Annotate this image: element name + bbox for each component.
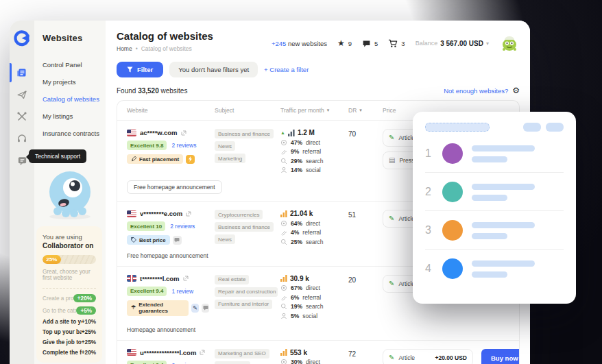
document-icon: ▤ xyxy=(389,157,395,164)
reviews-link[interactable]: 2 reviews xyxy=(171,362,196,364)
price-tag-icon xyxy=(131,237,136,243)
breadcrumb-current: Catalog of websites xyxy=(141,45,192,52)
traffic-bars-icon xyxy=(280,275,287,282)
muted-chat-icon xyxy=(202,304,209,313)
subject-tag: Cryptocurrencies xyxy=(215,210,263,219)
task-complete-first-deal[interactable]: Complete the first deal +20% xyxy=(43,350,96,356)
reviews-link[interactable]: 1 review xyxy=(171,288,193,295)
table-row: u**************l.com Excellent 9.4 2 rev… xyxy=(117,340,519,364)
not-enough-websites-link[interactable]: Not enough websites? xyxy=(444,87,508,95)
hot-offer-icon xyxy=(186,155,195,164)
external-link-icon[interactable] xyxy=(186,211,191,217)
col-dr[interactable]: DR▾ xyxy=(348,107,383,114)
sidebar-item-insurance-contracts[interactable]: Insurance contracts xyxy=(43,130,106,137)
external-link-icon[interactable] xyxy=(181,130,186,136)
reviews-link[interactable]: 2 reviews xyxy=(170,223,195,230)
divider xyxy=(43,288,96,289)
breadcrumb: Home • Catalog of websites xyxy=(117,45,213,52)
user-avatar[interactable] xyxy=(499,33,520,53)
col-website: Website xyxy=(127,107,215,114)
rating-badge: Excellent 9.4 xyxy=(127,361,167,364)
promo-badge: Free homepage announcement xyxy=(127,180,222,194)
offer-price: +20.00 USD xyxy=(435,354,467,361)
breadcrumb-home[interactable]: Home xyxy=(117,45,132,52)
usage-hint: Great, choose your first website xyxy=(43,269,96,281)
messages-counter[interactable]: 5 xyxy=(362,39,378,48)
overlay-step: 1 xyxy=(425,134,564,173)
website-domain-link[interactable]: v********e.com xyxy=(140,210,182,217)
task-create-project[interactable]: Create a project +20% xyxy=(43,294,96,302)
tools-icon[interactable] xyxy=(10,106,34,128)
sidebar-item-catalog-of-websites[interactable]: Catalog of websites xyxy=(43,95,106,103)
control-panel-icon[interactable] xyxy=(10,62,34,84)
feather-pen-icon: ✎ xyxy=(389,280,394,287)
buy-now-button[interactable]: Buy now xyxy=(481,349,520,364)
subject-tag: Marketing xyxy=(215,154,245,163)
task-top-up-balance[interactable]: Top up your balance in ... +25% xyxy=(43,329,96,335)
icon-rail xyxy=(10,21,34,364)
dr-value: 20 xyxy=(348,275,383,319)
offer-article[interactable]: ✎ Article +20.00 USD xyxy=(383,349,473,364)
referral-icon xyxy=(280,229,287,236)
dr-value: 72 xyxy=(348,349,383,364)
filter-button[interactable]: Filter xyxy=(117,62,163,77)
chevron-down-icon: ▾ xyxy=(486,40,489,47)
reviews-link[interactable]: 2 reviews xyxy=(171,142,196,149)
usage-progress-bar: 25% xyxy=(43,255,96,264)
col-traffic[interactable]: Traffic per month▾ xyxy=(280,107,348,114)
headphones-icon[interactable] xyxy=(10,128,34,149)
website-domain-link[interactable]: t********l.com xyxy=(140,275,180,282)
new-websites-link[interactable]: +245 new websites xyxy=(272,40,327,47)
bonus-badge: +5% xyxy=(76,306,96,315)
subject-tag: Repair and construction xyxy=(215,287,278,297)
usage-line2: Collaborator on xyxy=(43,242,96,250)
website-domain-link[interactable]: ac****w.com xyxy=(140,129,178,136)
task-add-site-to-cart[interactable]: Add a site to your cart +10% xyxy=(43,319,96,325)
app-title: Websites xyxy=(34,21,106,43)
paper-plane-icon[interactable] xyxy=(10,84,34,106)
sidebar-item-control-panel[interactable]: Control Panel xyxy=(43,61,106,69)
direct-icon xyxy=(280,359,287,364)
trend-up-icon: ▲ xyxy=(280,130,285,135)
referral-icon xyxy=(280,148,287,155)
website-domain-link[interactable]: u**************l.com xyxy=(140,349,196,356)
gear-icon[interactable]: ⚙ xyxy=(512,86,520,95)
feather-pen-icon: ✎ xyxy=(389,354,394,361)
overlay-step: 4 xyxy=(425,250,564,287)
messages-icon xyxy=(362,39,371,48)
direct-icon xyxy=(280,220,287,227)
task-give-job-to-site[interactable]: Give the job to the site +25% xyxy=(43,339,96,345)
step-circle xyxy=(442,220,463,241)
search-icon xyxy=(280,158,287,165)
task-go-to-catalog[interactable]: Go to the catalog +5% xyxy=(43,306,96,315)
referral-icon xyxy=(280,294,287,301)
favorites-counter[interactable]: ★ 9 xyxy=(337,39,352,47)
star-icon: ★ xyxy=(337,39,345,47)
create-filter-link[interactable]: + Create a filter xyxy=(264,66,309,73)
rating-badge: Excellent 10 xyxy=(127,221,165,231)
page-title: Catalog of websites xyxy=(117,30,213,42)
external-link-icon[interactable] xyxy=(183,276,189,281)
overlay-step: 3 xyxy=(425,211,564,250)
sidebar-nav: Control Panel My projects Catalog of web… xyxy=(34,61,106,137)
overlay-step: 2 xyxy=(425,173,564,211)
feather-pen-icon: ✎ xyxy=(389,215,394,222)
bonus-text: +25% xyxy=(82,339,96,345)
collaborator-logo[interactable] xyxy=(14,30,30,47)
traffic-bars-icon xyxy=(280,210,287,217)
step-circle xyxy=(442,143,463,164)
sidebar: Websites Control Panel My projects Catal… xyxy=(34,21,106,364)
cart-counter[interactable]: 3 xyxy=(388,39,405,48)
us-flag-icon xyxy=(127,210,136,217)
dr-value: 51 xyxy=(348,210,383,245)
gb-flag-icon xyxy=(127,275,136,282)
traffic-bars-icon xyxy=(288,130,295,136)
technical-support-tooltip: Technical support xyxy=(29,149,86,163)
sidebar-item-my-projects[interactable]: My projects xyxy=(43,78,106,86)
subject-tag: Furniture and interior xyxy=(215,300,272,309)
us-flag-icon xyxy=(127,130,136,136)
external-link-icon[interactable] xyxy=(200,350,205,355)
sidebar-item-my-listings[interactable]: My listings xyxy=(43,112,106,120)
subject-tag: Business and finance xyxy=(215,222,274,232)
balance-dropdown[interactable]: Balance 3 567.00 USD ▾ xyxy=(416,40,489,47)
